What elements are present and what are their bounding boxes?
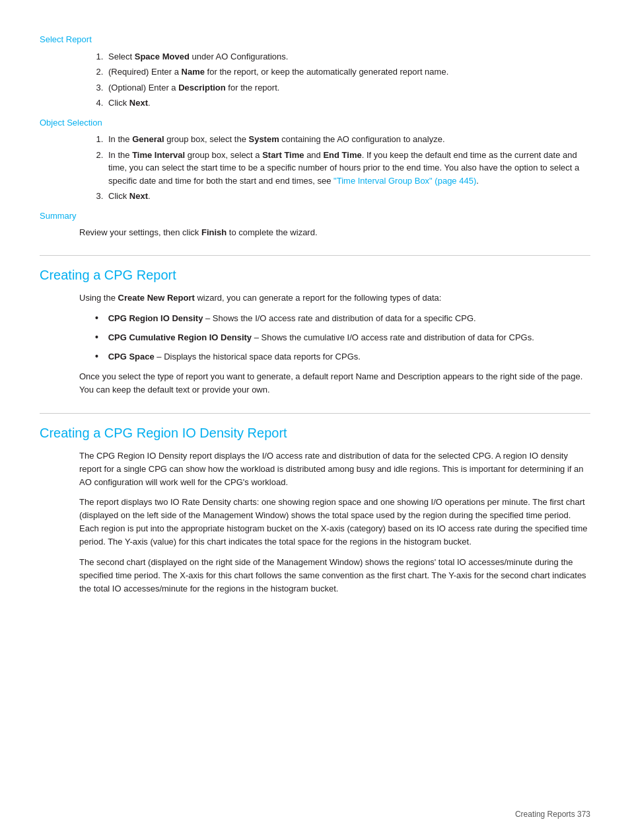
footer: Creating Reports 373 (515, 808, 590, 820)
select-report-steps: Select Space Moved under AO Configuratio… (79, 50, 590, 110)
step3-text-before: (Optional) Enter a (108, 83, 178, 93)
list-item: Click Next. (106, 190, 590, 203)
os-step3-after: . (148, 191, 151, 201)
os-step2-bold3: End Time (323, 150, 361, 160)
os-step1-mid: group box, select the (164, 134, 249, 144)
os-step1-after: containing the AO configuration to analy… (279, 134, 445, 144)
cpg-report-section: Creating a CPG Report Using the Create N… (40, 255, 590, 397)
os-step1-before: In the (108, 134, 132, 144)
list-item: (Optional) Enter a Description for the r… (106, 81, 590, 95)
os-step3-before: Click (108, 191, 129, 201)
step3-text-after: for the report. (226, 83, 280, 93)
step2-text-before: (Required) Enter a (108, 67, 182, 77)
footer-text: Creating Reports 373 (515, 810, 590, 819)
step2-bold: Name (182, 67, 205, 77)
list-item: Select Space Moved under AO Configuratio… (106, 50, 590, 63)
cpg-intro: Using the Create New Report wizard, you … (79, 291, 590, 305)
list-item: CPG Cumulative Region IO Density – Shows… (106, 330, 590, 344)
os-step2-end: . (476, 176, 479, 186)
summary-heading: Summary (40, 210, 590, 223)
os-step1-bold1: General (132, 134, 164, 144)
select-report-heading: Select Report (40, 33, 590, 46)
list-item: CPG Space – Displays the historical spac… (106, 350, 590, 363)
object-selection-section: Object Selection In the General group bo… (40, 116, 590, 203)
bullet2-text: – Shows the cumulative I/O access rate a… (252, 332, 534, 342)
step2-text-after: for the report, or keep the automaticall… (205, 67, 448, 77)
cpg-density-para1: The CPG Region IO Density report display… (79, 449, 590, 489)
list-item: CPG Region IO Density – Shows the I/O ac… (106, 311, 590, 325)
step4-bold: Next (129, 98, 148, 108)
list-item: Click Next. (106, 96, 590, 110)
summary-text: Review your settings, then click Finish … (79, 226, 590, 239)
cpg-density-heading: Creating a CPG Region IO Density Report (40, 413, 590, 443)
step1-bold: Space Moved (135, 52, 190, 61)
cpg-report-heading: Creating a CPG Report (40, 255, 590, 285)
cpg-density-para3: The second chart (displayed on the right… (79, 556, 590, 595)
os-step2-bold1: Time Interval (132, 150, 185, 160)
time-interval-link[interactable]: "Time Interval Group Box" (page 445) (333, 176, 476, 186)
list-item: In the General group box, select the Sys… (106, 133, 590, 146)
os-step1-bold2: System (248, 134, 279, 144)
bullet1-text: – Shows the I/O access rate and distribu… (203, 313, 475, 323)
object-selection-steps: In the General group box, select the Sys… (79, 133, 590, 203)
cpg-bullets: CPG Region IO Density – Shows the I/O ac… (79, 311, 590, 363)
cpg-intro-bold: Create New Report (118, 293, 195, 303)
list-item: In the Time Interval group box, select a… (106, 149, 590, 188)
list-item: (Required) Enter a Name for the report, … (106, 65, 590, 79)
os-step2-mid2: and (304, 150, 324, 160)
cpg-closing: Once you select the type of report you w… (79, 370, 590, 397)
select-report-section: Select Report Select Space Moved under A… (40, 33, 590, 110)
bullet1-bold: CPG Region IO Density (108, 313, 203, 323)
cpg-density-para2: The report displays two IO Rate Density … (79, 496, 590, 549)
summary-section: Summary Review your settings, then click… (40, 210, 590, 240)
cpg-intro-before: Using the (79, 293, 118, 303)
step1-text-before: Select (108, 52, 135, 61)
os-step2-before: In the (108, 150, 132, 160)
os-step3-bold: Next (129, 191, 148, 201)
summary-after: to complete the wizard. (227, 227, 317, 237)
bullet3-bold: CPG Space (108, 352, 155, 362)
summary-bold: Finish (201, 227, 227, 237)
summary-before: Review your settings, then click (79, 227, 201, 237)
step4-text-after: . (148, 98, 151, 108)
cpg-intro-after: wizard, you can generate a report for th… (195, 293, 442, 303)
step4-text-before: Click (108, 98, 129, 108)
step1-text-after: under AO Configurations. (190, 52, 289, 61)
object-selection-heading: Object Selection (40, 116, 590, 130)
bullet3-text: – Displays the historical space data rep… (155, 352, 361, 362)
bullet2-bold: CPG Cumulative Region IO Density (108, 332, 252, 342)
page: Select Report Select Space Moved under A… (0, 0, 630, 840)
os-step2-bold2: Start Time (262, 150, 304, 160)
cpg-density-section: Creating a CPG Region IO Density Report … (40, 413, 590, 595)
step3-bold: Description (178, 83, 226, 93)
os-step2-mid: group box, select a (185, 150, 262, 160)
